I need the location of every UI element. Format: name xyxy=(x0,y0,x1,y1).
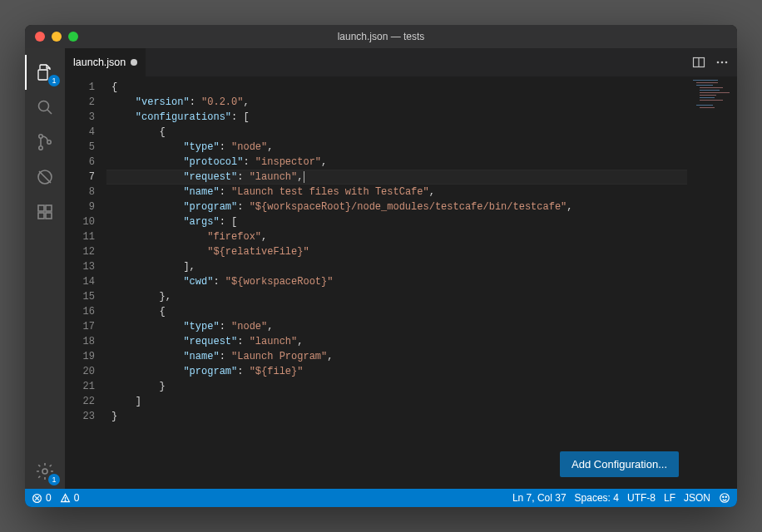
debug-icon[interactable] xyxy=(25,160,65,195)
settings-badge: 1 xyxy=(48,474,60,485)
code-line[interactable]: "protocol": "inspector", xyxy=(111,155,687,170)
line-number: 11 xyxy=(65,229,95,244)
code-line[interactable]: "request": "launch", xyxy=(111,334,687,349)
line-number: 3 xyxy=(65,110,95,125)
status-encoding[interactable]: UTF-8 xyxy=(627,492,656,504)
line-number: 17 xyxy=(65,319,95,334)
line-number: 23 xyxy=(65,409,95,424)
status-language[interactable]: JSON xyxy=(684,492,710,504)
line-number: 21 xyxy=(65,379,95,394)
svg-point-4 xyxy=(47,140,51,144)
code-line[interactable]: "type": "node", xyxy=(111,319,687,334)
code-line[interactable]: "name": "Launch Program", xyxy=(111,349,687,364)
text-cursor xyxy=(304,171,304,183)
more-actions-icon[interactable] xyxy=(715,56,729,69)
svg-point-0 xyxy=(39,101,49,111)
svg-point-16 xyxy=(725,62,728,64)
code-line[interactable]: } xyxy=(111,409,687,424)
code-line[interactable]: { xyxy=(111,304,687,319)
line-number-gutter: 1234567891011121314151617181920212223 xyxy=(65,76,106,489)
svg-line-6 xyxy=(39,171,51,183)
code-line[interactable]: ] xyxy=(111,394,687,409)
svg-line-1 xyxy=(47,110,52,114)
add-configuration-button[interactable]: Add Configuration... xyxy=(560,451,679,477)
editor-tab[interactable]: launch.json xyxy=(65,48,146,76)
body-area: 1 1 launch.json xyxy=(25,48,737,489)
tab-bar: launch.json xyxy=(65,48,737,76)
svg-point-21 xyxy=(65,500,66,500)
line-number: 7 xyxy=(65,170,95,185)
code-line[interactable]: ], xyxy=(111,259,687,274)
minimap-content xyxy=(693,80,733,113)
line-number: 14 xyxy=(65,274,95,289)
maximize-window-button[interactable] xyxy=(68,32,78,42)
main-area: launch.json 1234567891011121314151617181… xyxy=(65,48,737,489)
status-errors[interactable]: 0 xyxy=(32,492,52,504)
code-area[interactable]: { "version": "0.2.0", "configurations": … xyxy=(106,76,687,489)
source-control-icon[interactable] xyxy=(25,125,65,160)
explorer-icon[interactable]: 1 xyxy=(25,55,65,90)
svg-point-24 xyxy=(725,496,726,497)
tab-actions xyxy=(692,48,737,76)
svg-point-23 xyxy=(723,496,724,497)
svg-rect-8 xyxy=(38,213,44,219)
tab-label: launch.json xyxy=(73,57,126,68)
svg-rect-7 xyxy=(38,205,44,211)
line-number: 13 xyxy=(65,259,95,274)
code-line[interactable]: "program": "${workspaceRoot}/node_module… xyxy=(111,200,687,214)
line-number: 16 xyxy=(65,304,95,319)
svg-point-14 xyxy=(717,62,720,64)
line-number: 2 xyxy=(65,95,95,110)
line-number: 18 xyxy=(65,334,95,349)
split-editor-icon[interactable] xyxy=(692,56,705,69)
code-line[interactable]: "configurations": [ xyxy=(111,110,687,125)
svg-point-11 xyxy=(42,469,47,474)
line-number: 9 xyxy=(65,200,95,214)
status-warnings[interactable]: 0 xyxy=(60,492,80,504)
titlebar[interactable]: launch.json — tests xyxy=(25,25,737,48)
vscode-window: launch.json — tests 1 1 xyxy=(25,25,737,507)
line-number: 12 xyxy=(65,244,95,259)
code-line[interactable]: } xyxy=(111,379,687,394)
status-cursor-position[interactable]: Ln 7, Col 37 xyxy=(512,492,567,504)
code-line[interactable]: }, xyxy=(111,289,687,304)
window-title: launch.json — tests xyxy=(25,31,737,42)
feedback-smiley-icon[interactable] xyxy=(719,492,730,504)
code-line[interactable]: "request": "launch", xyxy=(111,170,687,185)
status-indentation[interactable]: Spaces: 4 xyxy=(575,492,619,504)
svg-rect-9 xyxy=(46,213,52,219)
code-line[interactable]: "version": "0.2.0", xyxy=(111,95,687,110)
search-icon[interactable] xyxy=(25,90,65,125)
settings-gear-icon[interactable]: 1 xyxy=(25,454,65,489)
minimap[interactable] xyxy=(687,76,737,489)
code-line[interactable]: "${relativeFile}" xyxy=(111,244,687,259)
line-number: 22 xyxy=(65,394,95,409)
line-number: 20 xyxy=(65,364,95,379)
dirty-indicator-icon xyxy=(131,59,137,66)
close-window-button[interactable] xyxy=(35,32,45,42)
svg-point-2 xyxy=(39,135,42,138)
explorer-badge: 1 xyxy=(48,75,60,86)
extensions-icon[interactable] xyxy=(25,195,65,229)
code-line[interactable]: { xyxy=(111,125,687,140)
code-line[interactable]: "firefox", xyxy=(111,229,687,244)
status-eol[interactable]: LF xyxy=(664,492,675,504)
status-bar: 0 0 Ln 7, Col 37 Spaces: 4 UTF-8 LF JSON xyxy=(25,489,737,507)
editor[interactable]: 1234567891011121314151617181920212223 { … xyxy=(65,76,737,489)
minimize-window-button[interactable] xyxy=(52,32,62,42)
code-line[interactable]: "type": "node", xyxy=(111,140,687,155)
code-line[interactable]: { xyxy=(111,80,687,95)
code-line[interactable]: "args": [ xyxy=(111,214,687,229)
svg-point-3 xyxy=(39,146,42,150)
svg-point-15 xyxy=(721,62,724,64)
code-line[interactable]: "program": "${file}" xyxy=(111,364,687,379)
line-number: 10 xyxy=(65,214,95,229)
code-line[interactable]: "name": "Launch test files with TestCafe… xyxy=(111,185,687,200)
line-number: 1 xyxy=(65,80,95,95)
code-line[interactable]: "cwd": "${workspaceRoot}" xyxy=(111,274,687,289)
line-number: 19 xyxy=(65,349,95,364)
line-number: 15 xyxy=(65,289,95,304)
traffic-lights xyxy=(25,32,78,42)
line-number: 5 xyxy=(65,140,95,155)
activity-bar: 1 1 xyxy=(25,48,65,489)
